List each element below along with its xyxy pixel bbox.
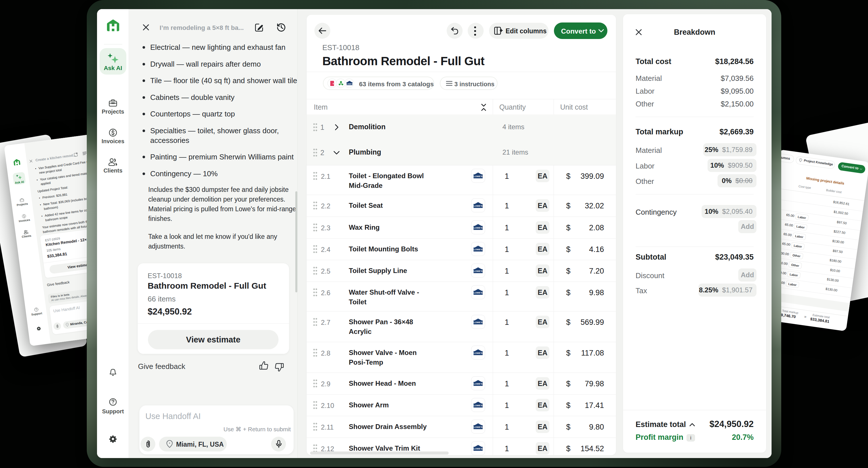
svg-text:LOWE'S: LOWE'S: [474, 447, 482, 450]
svg-text:LOWE'S: LOWE'S: [474, 426, 482, 429]
svg-text:LOWE'S: LOWE'S: [474, 248, 482, 251]
svg-text:LOWE'S: LOWE'S: [474, 227, 482, 229]
svg-text:LOWE'S: LOWE'S: [474, 205, 482, 207]
svg-text:LOWE'S: LOWE'S: [346, 83, 353, 85]
svg-text:LOWE'S: LOWE'S: [474, 292, 482, 294]
svg-text:LOWE'S: LOWE'S: [474, 352, 482, 354]
svg-text:LOWE'S: LOWE'S: [474, 383, 482, 385]
svg-text:LOWE'S: LOWE'S: [474, 404, 482, 407]
svg-text:LOWE'S: LOWE'S: [474, 175, 482, 178]
svg-text:LOWE'S: LOWE'S: [474, 321, 482, 324]
svg-text:LOWE'S: LOWE'S: [474, 270, 482, 272]
